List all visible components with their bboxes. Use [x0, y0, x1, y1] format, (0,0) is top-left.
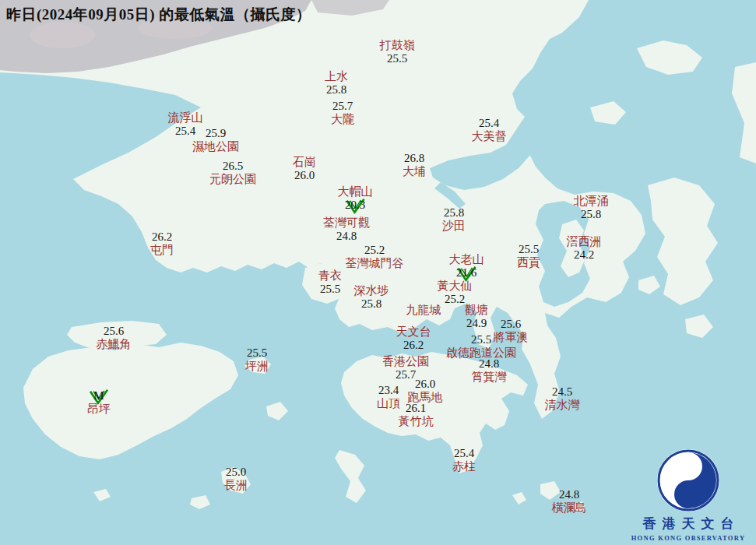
station-name: 大隴 — [331, 113, 354, 126]
station-name: 濕地公園 — [192, 140, 239, 153]
station-kwun-tong: 觀塘24.9 — [465, 304, 488, 330]
station-name: 觀塘 — [465, 304, 488, 317]
station-name: 石崗 — [293, 156, 316, 169]
station-name: 大老山 — [449, 253, 484, 266]
station-kau-sai-chau: 滘西洲24.2 — [567, 235, 602, 262]
station-temp: 25.5 — [247, 346, 267, 360]
station-temp: 25.8 — [444, 206, 464, 220]
station-temp: 24.8 — [336, 230, 357, 243]
station-observatory: 天文台26.2 — [396, 325, 431, 352]
station-wong-tai-sin: 黃大仙25.2 — [438, 280, 473, 306]
station-ta-kwu-ling: 打鼓嶺25.5 — [380, 39, 415, 65]
station-stanley: 25.4赤柱 — [452, 447, 476, 473]
station-temp: 25.0 — [226, 466, 246, 479]
station-temp: 25.8 — [581, 208, 601, 221]
station-sheung-shui: 上水25.8 — [325, 70, 348, 97]
station-temp: 25.4 — [454, 447, 474, 460]
station-temp: 24.5 — [552, 385, 572, 399]
station-tates-cairn: 大老山21.6 — [449, 253, 484, 280]
station-temp: 24.8 — [559, 488, 579, 501]
station-temp: 25.8 — [326, 83, 346, 97]
station-pak-tam-chung: 北潭涌25.8 — [574, 195, 609, 221]
station-temp: 25.8 — [361, 297, 382, 311]
station-temp: 26.2 — [152, 230, 172, 244]
station-temp: 26.0 — [294, 169, 315, 182]
station-name: 西貢 — [517, 256, 540, 269]
station-temp: 25.2 — [445, 293, 465, 306]
station-temp: 26.1 — [406, 402, 426, 415]
station-ngong-ping: M昂坪 — [87, 389, 111, 416]
station-name: 昂坪 — [87, 403, 111, 416]
station-name: 山頂 — [377, 397, 400, 410]
station-name: 深水埗 — [354, 284, 389, 297]
station-temp: 25.5 — [471, 333, 491, 346]
station-name: 筲箕灣 — [472, 371, 507, 384]
station-tsing-yi: 青衣25.5 — [318, 269, 342, 296]
station-name: 沙田 — [442, 220, 466, 233]
station-name: 長洲 — [224, 479, 248, 492]
station-temp: 25.7 — [332, 100, 353, 113]
station-name: 天文台 — [396, 325, 431, 339]
station-name: 大帽山 — [338, 185, 373, 199]
station-temp: 26.0 — [415, 378, 435, 391]
station-temp: 25.2 — [364, 244, 385, 257]
station-name: 荃灣城門谷 — [346, 257, 404, 270]
station-sham-shui-po: 深水埗25.8 — [354, 284, 389, 311]
station-wong-chuk-hang: 26.1黃竹坑 — [399, 402, 434, 428]
station-temp: 25.9 — [206, 127, 226, 140]
station-name: 黃竹坑 — [399, 415, 434, 428]
station-temp: 26.8 — [404, 152, 424, 165]
station-temp: 24.9 — [466, 317, 487, 330]
station-cheung-chau: 25.0長洲 — [224, 466, 248, 492]
station-name: 九龍城 — [406, 304, 441, 317]
weather-map-screen: 昨日(2024年09月05日) 的最低氣溫（攝氏度） 打鼓嶺25.5上水25.8… — [0, 0, 756, 545]
station-shau-kei-wan: 24.8筲箕灣 — [472, 357, 507, 384]
station-temp: 21.6 — [456, 266, 476, 280]
station-name: 坪洲 — [245, 360, 269, 373]
station-clear-water-bay: 24.5清水灣 — [545, 385, 580, 412]
station-tai-po: 26.8大埔 — [403, 152, 426, 178]
hko-logo: 香港天文台 HONG KONG OBSERVATORY — [622, 448, 754, 542]
station-name: 元朗公園 — [209, 173, 256, 186]
station-sha-tin: 25.8沙田 — [442, 206, 466, 233]
map-title: 昨日(2024年09月05日) 的最低氣溫（攝氏度） — [6, 5, 311, 25]
station-name: 滘西洲 — [567, 235, 602, 248]
station-name: 赤鱲角 — [97, 338, 132, 351]
station-peng-chau: 25.5坪洲 — [245, 346, 269, 373]
station-tseung-kwan-o: 25.6將軍澳 — [494, 318, 529, 344]
station-sai-kung: 25.5西貢 — [517, 243, 540, 269]
station-yuen-long-park: 26.5元朗公園 — [209, 160, 256, 186]
hko-name-chinese: 香港天文台 — [622, 515, 754, 533]
hko-name-english: HONG KONG OBSERVATORY — [622, 534, 754, 542]
station-temp: 24.2 — [574, 248, 594, 262]
station-temp: 25.6 — [501, 318, 521, 331]
station-temp: 25.5 — [387, 52, 407, 65]
station-name: 大埔 — [403, 165, 426, 178]
station-tai-lung: 25.7大隴 — [331, 100, 354, 126]
station-temp: 25.5 — [320, 283, 340, 296]
station-wetland-park: 25.9濕地公園 — [192, 127, 239, 153]
urban-patch — [30, 22, 95, 48]
station-name: 將軍澳 — [494, 331, 529, 344]
station-temp: 23.4 — [378, 384, 399, 397]
station-temp: 26.5 — [223, 160, 243, 173]
station-temp: 25.6 — [104, 325, 124, 338]
station-tai-mo-shan: 大帽山20.3 — [338, 185, 373, 212]
station-name: 北潭涌 — [574, 195, 609, 208]
station-name: 赤柱 — [452, 460, 476, 473]
station-name: 荃灣可觀 — [323, 216, 370, 230]
station-happy-valley: 26.0跑馬地 — [408, 378, 443, 404]
station-temp: 26.2 — [403, 339, 424, 352]
station-name: 黃大仙 — [438, 280, 473, 293]
station-tai-mei-tuk: 25.4大美督 — [472, 117, 507, 143]
station-tuen-mun: 26.2屯門 — [150, 230, 174, 257]
station-name: 香港公園 — [382, 355, 429, 368]
station-tsuen-wan-ho-koon: 荃灣可觀24.8 — [323, 216, 370, 243]
station-temp: M — [93, 389, 104, 403]
station-name: 屯門 — [150, 244, 174, 257]
station-temp: 24.8 — [479, 357, 499, 371]
station-name: 清水灣 — [545, 399, 580, 412]
station-name: 橫瀾島 — [552, 501, 587, 515]
station-name: 大美督 — [472, 130, 507, 143]
station-kowloon-city: 九龍城 — [406, 304, 441, 317]
